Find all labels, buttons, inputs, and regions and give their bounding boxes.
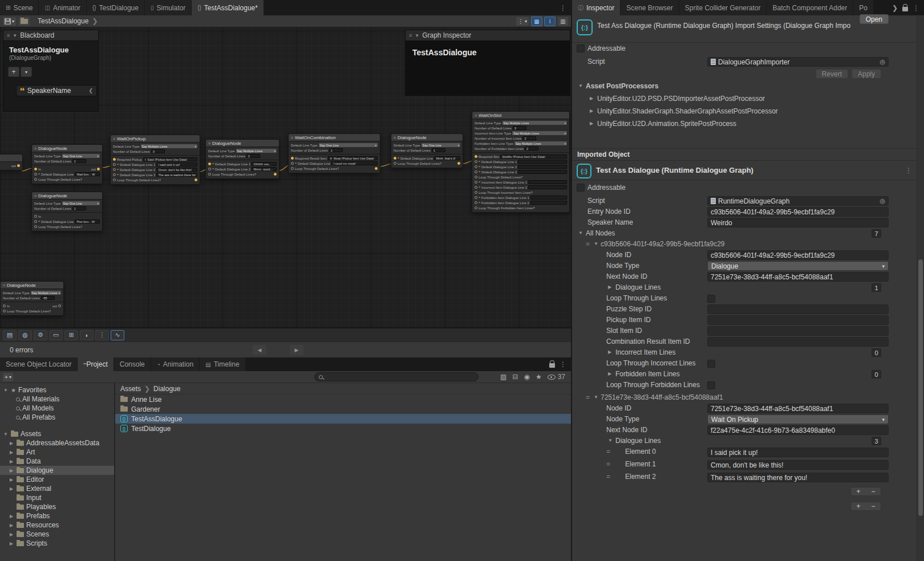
add-element-button[interactable]: +: [851, 487, 866, 495]
tab-scene-browser[interactable]: Scene Browser: [621, 0, 679, 15]
drag-handle-icon[interactable]: =: [586, 393, 590, 401]
tab-testassdialogue[interactable]: {}TestAssDialogue*: [192, 0, 264, 15]
tree-item-input[interactable]: Input: [0, 493, 114, 502]
list-item-anne-lise[interactable]: Anne Lise: [115, 395, 571, 404]
dialogue-line-field[interactable]: Cmon, don't be like this!: [156, 168, 197, 172]
breadcrumb-root[interactable]: Assets: [120, 385, 141, 393]
input-port[interactable]: [394, 157, 396, 160]
num-lines-field[interactable]: 1: [72, 206, 86, 210]
apply-button[interactable]: Apply: [852, 69, 881, 79]
object-picker-icon[interactable]: ◎: [880, 197, 885, 205]
open-button[interactable]: Open: [860, 14, 889, 24]
tab-simulator[interactable]: ▯Simulator: [145, 0, 192, 15]
line-type-dropdown[interactable]: Say Multiple Lines▾: [141, 144, 197, 148]
node-start[interactable]: ≡rtNode out: [0, 154, 23, 170]
dialogue-line-field[interactable]: [530, 201, 567, 205]
input-port[interactable]: [34, 215, 37, 218]
dialogue-line-field[interactable]: I need my meat!: [331, 161, 378, 165]
graph-canvas[interactable]: ≡rtNode out ≡DialogueNode Default Line T…: [0, 27, 571, 328]
num-lines-field[interactable]: 2: [525, 147, 538, 151]
element-text-field[interactable]: Cmon, don't be like this!: [707, 460, 889, 470]
chevron-down-icon[interactable]: ▼: [13, 33, 17, 38]
dialogue-lines-foldout[interactable]: ▼Dialogue Lines3: [572, 436, 917, 446]
foldout-icon[interactable]: ▶: [9, 523, 14, 528]
foldout-icon[interactable]: ▶: [9, 459, 14, 464]
dialogue-line-field[interactable]: Mmm, good...: [252, 167, 277, 171]
dialogue-line-field[interactable]: Ohhhh yes...: [252, 162, 277, 166]
toolbar-menu-button[interactable]: ⋮▾: [516, 17, 529, 26]
input-port[interactable]: [3, 304, 6, 307]
graph-inspector-header[interactable]: ≡▼Graph Inspector: [406, 30, 570, 41]
kebab-menu-icon[interactable]: ⋮: [913, 4, 919, 12]
live-link-button[interactable]: ∿: [111, 330, 124, 340]
script-object-field[interactable]: DialogueGraphImporter◎: [707, 57, 889, 67]
tree-item-art[interactable]: ▶Art: [0, 448, 114, 457]
grid-toggle-button[interactable]: ▦: [531, 17, 542, 26]
postprocessor-row[interactable]: ▶UnityEditor.ShaderGraph.ShaderGraphAsse…: [572, 106, 917, 119]
blackboard-panel[interactable]: ≡▼Blackboard TestAssDialogue (DialogueGr…: [3, 30, 99, 112]
tree-item-all-materials[interactable]: All Materials: [0, 395, 114, 404]
tree-item-external[interactable]: ▶External: [0, 484, 114, 493]
output-port[interactable]: [97, 168, 100, 170]
port[interactable]: [475, 206, 477, 209]
output-port[interactable]: [58, 304, 61, 307]
foldout-icon[interactable]: ▶: [9, 486, 14, 491]
num-lines-field[interactable]: -55: [41, 296, 55, 300]
kebab-menu-icon[interactable]: ⋮: [560, 360, 566, 368]
chevron-down-icon[interactable]: ▾: [21, 67, 32, 77]
node-type-dropdown[interactable]: Wait On Pickup▾: [707, 414, 889, 424]
port[interactable]: [3, 310, 6, 312]
tab-batch-component-adder[interactable]: Batch Component Adder: [767, 0, 853, 15]
next-node-id-field[interactable]: f22a475e-4c2f-41c6-9b73-6a83498abfe0: [707, 425, 889, 435]
drag-handle-icon[interactable]: =: [606, 460, 610, 468]
tree-item-scripts[interactable]: ▶Scripts: [0, 539, 114, 548]
dialogue-line-field[interactable]: I said pick it up!: [156, 162, 197, 166]
num-lines-field[interactable]: 3: [151, 149, 165, 153]
breadcrumb-current[interactable]: Dialogue: [153, 385, 180, 393]
tree-item-favorites[interactable]: ▼★Favorites: [0, 385, 114, 395]
tools-button[interactable]: ⚙: [34, 330, 47, 340]
element-text-field[interactable]: I said pick it up!: [707, 448, 889, 457]
num-lines-field[interactable]: 1: [329, 148, 343, 152]
port[interactable]: [291, 162, 294, 165]
port[interactable]: [113, 173, 116, 176]
port[interactable]: [34, 225, 37, 228]
line-type-dropdown[interactable]: Say Multiple Lines▾: [512, 131, 567, 135]
input-port[interactable]: [208, 162, 211, 165]
inspector-scrollbar[interactable]: [917, 16, 924, 561]
input-port[interactable]: [34, 168, 37, 170]
drag-handle-icon[interactable]: =: [606, 473, 610, 481]
drag-handle-icon[interactable]: =: [606, 448, 610, 456]
port[interactable]: [475, 186, 477, 189]
play-button[interactable]: ◗: [80, 330, 94, 340]
speaker-name-field[interactable]: Weirdo: [707, 218, 889, 227]
previous-error-button[interactable]: ◀: [253, 345, 266, 355]
line-type-dropdown[interactable]: Say One Line▾: [422, 143, 460, 147]
num-lines-field[interactable]: 2: [522, 136, 536, 140]
tree-item-editor[interactable]: ▶Editor: [0, 475, 114, 484]
node-waitonslot[interactable]: ≡WaitOnSlot Default Line TypeSay Multipl…: [472, 111, 570, 213]
lock-icon[interactable]: [902, 7, 908, 11]
list-item-testdialogue[interactable]: {}TestDialogue: [115, 424, 571, 433]
tab-scene[interactable]: ⊞Scene: [0, 0, 39, 15]
tab-animation[interactable]: ◔Animation: [151, 357, 200, 371]
port[interactable]: [475, 201, 477, 204]
tab-timeline[interactable]: ▤Timeline: [200, 357, 245, 371]
output-port[interactable]: [17, 164, 20, 167]
object-picker-icon[interactable]: ◎: [880, 58, 885, 66]
tab-sprite-collider-generator[interactable]: Sprite Collider Generator: [679, 0, 767, 15]
foldout-icon[interactable]: ▶: [9, 468, 14, 473]
loop-through-incorrect-checkbox[interactable]: [707, 360, 715, 368]
input-port[interactable]: [291, 157, 294, 160]
required-item-field[interactable]: A_Meat (Pickup Item Use Data): [328, 156, 378, 160]
dialogue-line-field[interactable]: [518, 170, 567, 174]
favorite-star-icon[interactable]: ★: [536, 373, 542, 381]
next-node-id-field[interactable]: 7251e73e-38d3-44ff-a8c5-bcf54088aaf1: [707, 272, 889, 282]
port[interactable]: [208, 168, 211, 170]
dialogue-lines-foldout[interactable]: ▶Dialogue Lines1: [572, 282, 917, 293]
line-type-dropdown[interactable]: Say Multiple Lines▾: [31, 291, 61, 295]
input-port[interactable]: [113, 158, 116, 161]
tree-item-all-models[interactable]: All Models: [0, 404, 114, 413]
tree-item-resources[interactable]: ▶Resources: [0, 521, 114, 530]
addressable-checkbox[interactable]: [577, 184, 585, 192]
